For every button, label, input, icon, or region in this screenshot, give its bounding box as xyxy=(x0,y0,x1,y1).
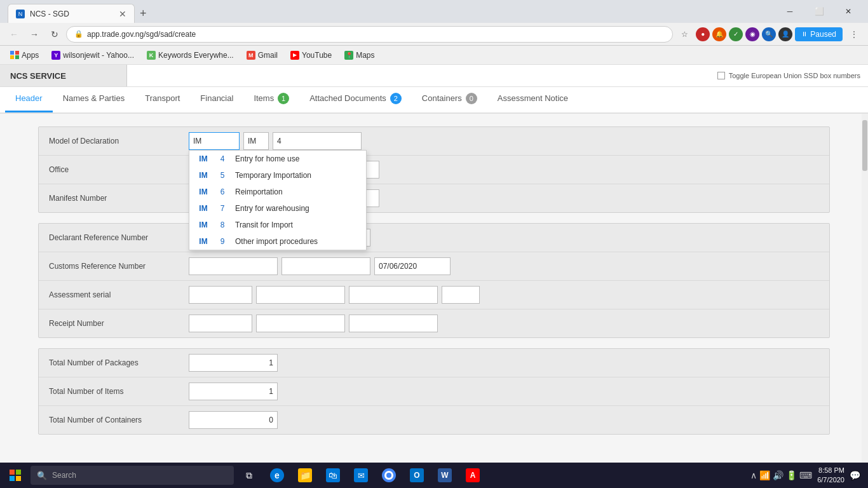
tab-containers[interactable]: Containers 0 xyxy=(412,86,487,112)
dropdown-item-im4[interactable]: IM 4 Entry for home use xyxy=(189,151,366,167)
dropdown-item-im9[interactable]: IM 9 Other import procedures xyxy=(189,233,366,250)
customs-ref-date[interactable] xyxy=(374,257,451,275)
total-packages-label: Total Number of Packages xyxy=(49,358,189,367)
eu-toggle-checkbox[interactable] xyxy=(717,72,725,79)
keyboard-icon[interactable]: ⌨ xyxy=(799,470,812,480)
forward-button[interactable]: → xyxy=(25,25,43,43)
bookmark-yahoo[interactable]: Y wilsonjewit - Yahoo... xyxy=(46,50,139,61)
word-icon: W xyxy=(438,468,452,482)
dropdown-code-4: IM xyxy=(197,204,210,213)
bookmark-keywords[interactable]: K Keywords Everywhe... xyxy=(142,50,239,61)
tab-transport[interactable]: Transport xyxy=(135,86,190,112)
tab-financial[interactable]: Financial xyxy=(190,86,243,112)
total-packages-input[interactable] xyxy=(189,354,278,372)
total-containers-row: Total Number of Containers xyxy=(39,406,829,434)
taskbar-search[interactable]: 🔍 Search xyxy=(31,466,234,485)
tab-close-button[interactable]: ✕ xyxy=(119,9,126,19)
receipt-number-label: Receipt Number xyxy=(49,319,189,328)
new-tab-button[interactable]: + xyxy=(135,4,152,23)
dropdown-item-im6[interactable]: IM 6 Reimportation xyxy=(189,184,366,200)
bookmark-youtube[interactable]: ▶ YouTube xyxy=(285,50,337,61)
taskbar-store[interactable]: 🛍 xyxy=(320,463,346,488)
receipt-input-2[interactable] xyxy=(256,315,345,332)
taskbar-acrobat[interactable]: A xyxy=(460,463,485,488)
minimize-button[interactable]: ─ xyxy=(775,2,804,21)
browser-menu-button[interactable]: ⋮ xyxy=(845,25,863,43)
form-area: Model of Declaration IM 4 Entry for home… xyxy=(0,114,868,458)
model-declaration-label: Model of Declaration xyxy=(49,137,189,146)
tab-assessment[interactable]: Assessment Notice xyxy=(487,86,578,112)
tab-names-parties[interactable]: Names & Parties xyxy=(53,86,135,112)
taskbar-file-explorer[interactable]: 📁 xyxy=(292,463,318,488)
taskbar-task-view[interactable]: ⧉ xyxy=(236,463,262,488)
network-icon[interactable]: 📶 xyxy=(759,470,770,480)
dropdown-number-1: 4 xyxy=(217,154,227,163)
model-number-input[interactable] xyxy=(273,132,362,150)
browser-ext-3[interactable]: ✓ xyxy=(729,27,743,41)
maximize-button[interactable]: ⬜ xyxy=(804,2,834,21)
customs-ref-input-2[interactable] xyxy=(281,257,370,275)
tab-header[interactable]: Header xyxy=(5,86,53,112)
taskbar-mail[interactable]: ✉ xyxy=(348,463,374,488)
keywords-icon: K xyxy=(147,51,156,60)
battery-icon[interactable]: 🔋 xyxy=(786,470,797,480)
browser-ext-2[interactable]: 🔔 xyxy=(712,27,726,41)
browser-ext-1[interactable]: ● xyxy=(696,27,710,41)
scrollbar[interactable] xyxy=(862,114,868,463)
outlook-icon: O xyxy=(410,468,424,482)
model-dropdown: IM 4 Entry for home use IM 5 Temporary I… xyxy=(189,150,367,250)
bookmark-maps[interactable]: 📍 Maps xyxy=(339,50,379,61)
model-code-container: IM 4 Entry for home use IM 5 Temporary I… xyxy=(189,132,240,150)
model-separator-input[interactable] xyxy=(243,132,269,150)
tab-attached-docs[interactable]: Attached Documents 2 xyxy=(299,86,412,112)
receipt-input-3[interactable] xyxy=(349,315,438,332)
notification-center-icon[interactable]: 💬 xyxy=(850,470,860,480)
dropdown-number-4: 7 xyxy=(217,204,227,213)
customs-ref-input-1[interactable] xyxy=(189,257,278,275)
paused-button[interactable]: ⏸ Paused xyxy=(795,27,843,41)
taskbar-clock[interactable]: 8:58 PM 6/7/2020 xyxy=(817,466,844,485)
browser-tab-active[interactable]: N NCS - SGD ✕ xyxy=(8,4,135,23)
tab-items[interactable]: Items 1 xyxy=(243,86,299,112)
browser-ext-5[interactable]: 🔍 xyxy=(762,27,776,41)
back-button[interactable]: ← xyxy=(5,25,23,43)
mail-icon: ✉ xyxy=(354,468,368,482)
taskbar-edge[interactable]: e xyxy=(264,463,290,488)
dropdown-desc-4: Entry for warehousing xyxy=(235,204,309,213)
tab-header-label: Header xyxy=(15,93,43,103)
model-code-input[interactable] xyxy=(189,132,240,150)
taskbar-chrome[interactable] xyxy=(376,463,402,488)
browser-ext-4[interactable]: ◉ xyxy=(745,27,759,41)
customs-ref-row: Customs Reference Number xyxy=(39,252,829,281)
taskbar-outlook[interactable]: O xyxy=(404,463,430,488)
bookmark-gmail[interactable]: M Gmail xyxy=(241,50,283,61)
total-containers-input[interactable] xyxy=(189,411,278,429)
refresh-button[interactable]: ↻ xyxy=(46,25,64,43)
total-items-input[interactable] xyxy=(189,383,278,400)
browser-ext-6[interactable]: 👤 xyxy=(778,27,792,41)
start-button[interactable] xyxy=(3,463,28,488)
assessment-input-4[interactable] xyxy=(442,286,480,304)
receipt-input-1[interactable] xyxy=(189,315,252,332)
url-bar[interactable]: 🔒 app.trade.gov.ng/sgd/sad/create xyxy=(66,26,673,43)
bookmark-apps[interactable]: Apps xyxy=(5,50,44,61)
assessment-input-1[interactable] xyxy=(189,286,252,304)
task-view-icon: ⧉ xyxy=(246,470,252,481)
file-explorer-icon: 📁 xyxy=(298,468,312,482)
total-containers-inputs xyxy=(189,411,819,429)
assessment-input-2[interactable] xyxy=(256,286,345,304)
volume-icon[interactable]: 🔊 xyxy=(773,470,783,480)
taskbar-word[interactable]: W xyxy=(432,463,458,488)
dropdown-item-im5[interactable]: IM 5 Temporary Importation xyxy=(189,167,366,184)
manifest-label: Manifest Number xyxy=(49,194,189,203)
store-icon: 🛍 xyxy=(326,468,340,482)
bookmark-star-icon[interactable]: ☆ xyxy=(675,25,693,43)
tab-title: NCS - SGD xyxy=(30,10,69,18)
assessment-input-3[interactable] xyxy=(349,286,438,304)
paused-label: Paused xyxy=(810,30,836,39)
chevron-up-icon[interactable]: ∧ xyxy=(750,470,757,480)
dropdown-item-im7[interactable]: IM 7 Entry for warehousing xyxy=(189,200,366,217)
dropdown-item-im8[interactable]: IM 8 Transit for Import xyxy=(189,217,366,233)
close-button[interactable]: ✕ xyxy=(834,2,863,21)
lock-icon: 🔒 xyxy=(74,30,83,38)
